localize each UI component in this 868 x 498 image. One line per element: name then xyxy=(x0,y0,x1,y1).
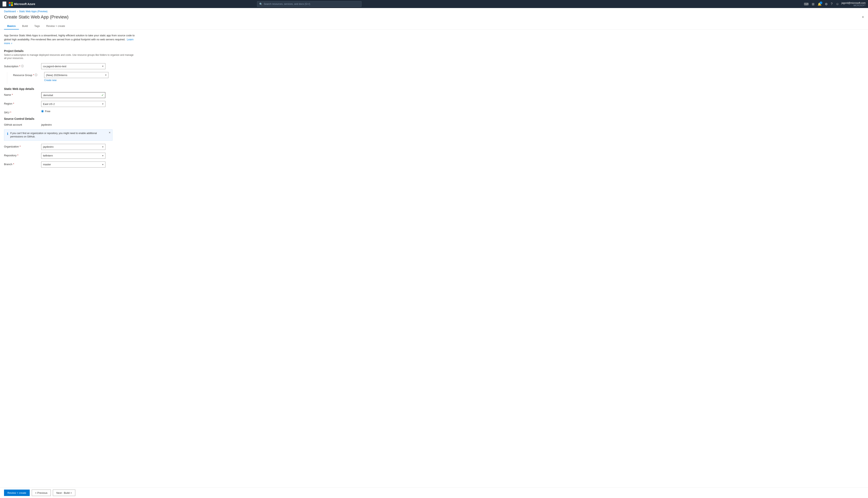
organization-select-wrapper[interactable]: jaydestro xyxy=(41,144,105,150)
feedback-button[interactable]: ☺ xyxy=(835,1,840,6)
repository-select[interactable]: twfintern xyxy=(41,153,105,159)
help-button[interactable]: ? xyxy=(830,1,833,6)
resource-group-control: (New) 2020interns Create new xyxy=(44,72,108,82)
sku-free-radio[interactable] xyxy=(41,110,44,113)
info-banner: ℹ If you can't find an organization or r… xyxy=(4,129,113,141)
github-account-row: GitHub account jaydestro xyxy=(4,122,137,126)
region-select[interactable]: East US 2 xyxy=(41,101,105,107)
global-search-box[interactable]: 🔍 xyxy=(257,1,361,7)
settings-button[interactable]: ⚙ xyxy=(824,1,828,7)
sku-free-label[interactable]: Free xyxy=(41,110,50,113)
project-details-desc: Select a subscription to manage deployed… xyxy=(4,53,137,60)
brand-logo: Microsoft Azure xyxy=(9,2,35,6)
page-container: Dashboard › Static Web Apps (Preview) Cr… xyxy=(0,8,868,498)
resource-group-inner: Resource Group * ⓘ (New) 2020interns Cre… xyxy=(13,72,137,82)
source-control-title: Source Control Details xyxy=(4,117,137,120)
subscription-label: Subscription * ⓘ xyxy=(4,63,41,68)
user-org: MICROSOFT xyxy=(842,4,866,6)
branch-select-wrapper[interactable]: master xyxy=(41,161,105,168)
sku-options: Free xyxy=(41,110,50,113)
tab-bar: Basics Build Tags Review + create xyxy=(0,23,868,29)
branch-label: Branch * xyxy=(4,161,41,166)
repository-row: Repository * twfintern xyxy=(4,153,137,159)
close-button[interactable]: × xyxy=(862,15,864,19)
repository-select-wrapper[interactable]: twfintern xyxy=(41,153,105,159)
name-valid-icon: ✓ xyxy=(101,93,104,97)
sku-row: SKU * Free xyxy=(4,110,137,114)
github-account-label: GitHub account xyxy=(4,122,41,126)
hamburger-menu-button[interactable]: ☰ xyxy=(2,1,7,6)
page-title-bar: Create Static Web App (Preview) × xyxy=(0,13,868,23)
name-input[interactable] xyxy=(41,92,105,98)
info-banner-text: If you can't find an organization or rep… xyxy=(10,132,110,139)
create-new-resource-group-link[interactable]: Create new xyxy=(44,79,108,82)
repository-label: Repository * xyxy=(4,153,41,157)
tab-tags[interactable]: Tags xyxy=(31,23,43,29)
sku-label: SKU * xyxy=(4,110,41,114)
breadcrumb-static-web-apps[interactable]: Static Web Apps (Preview) xyxy=(19,10,48,13)
resource-group-label: Resource Group * ⓘ xyxy=(13,72,44,77)
subscription-select-wrapper[interactable]: ca-jagord-demo-test xyxy=(41,63,105,69)
tab-build[interactable]: Build xyxy=(19,23,31,29)
cloud-shell-button[interactable]: ⌨ xyxy=(803,1,809,7)
branch-select[interactable]: master xyxy=(41,161,105,168)
subscription-select[interactable]: ca-jagord-demo-test xyxy=(41,63,105,69)
next-build-button[interactable]: Next : Build > xyxy=(53,489,75,496)
github-account-value: jaydestro xyxy=(41,122,52,126)
repository-required: * xyxy=(17,154,18,157)
static-webapp-details-title: Static Web App details xyxy=(4,87,137,91)
name-required: * xyxy=(12,93,13,96)
page-title: Create Static Web App (Preview) xyxy=(4,14,68,19)
project-details-title: Project Details xyxy=(4,49,137,53)
region-select-wrapper[interactable]: East US 2 xyxy=(41,101,105,107)
tab-basics[interactable]: Basics xyxy=(4,23,19,29)
svg-rect-0 xyxy=(9,2,11,4)
region-required: * xyxy=(13,102,14,105)
directory-button[interactable]: ⊞ xyxy=(811,1,815,7)
subscription-row: Subscription * ⓘ ca-jagord-demo-test xyxy=(4,63,137,69)
organization-select[interactable]: jaydestro xyxy=(41,144,105,150)
subscription-required: * xyxy=(19,65,20,68)
brand-name: Microsoft Azure xyxy=(14,2,35,5)
svg-rect-1 xyxy=(11,2,13,4)
info-banner-icon: ℹ xyxy=(7,132,8,136)
resource-group-required: * xyxy=(33,74,34,77)
notifications-button[interactable]: 🔔 1 xyxy=(817,1,822,7)
user-profile[interactable]: jagord@microsoft.com MICROSOFT xyxy=(842,2,866,6)
notification-badge: 1 xyxy=(820,1,822,4)
resource-group-select-wrapper[interactable]: (New) 2020interns xyxy=(44,72,108,78)
user-email: jagord@microsoft.com xyxy=(842,2,866,4)
search-input[interactable] xyxy=(264,3,359,5)
previous-button[interactable]: < Previous xyxy=(32,489,51,496)
name-row: Name * ✓ xyxy=(4,92,137,98)
resource-group-select[interactable]: (New) 2020interns xyxy=(44,72,108,78)
intro-description: App Service Static Web Apps is a streaml… xyxy=(4,34,137,45)
sku-required: * xyxy=(10,111,11,114)
form-content: App Service Static Web Apps is a streaml… xyxy=(0,29,141,191)
resource-group-info-icon[interactable]: ⓘ xyxy=(35,73,37,77)
organization-label: Organization * xyxy=(4,144,41,148)
review-create-button[interactable]: Review + create xyxy=(4,489,30,496)
resource-group-row: Resource Group * ⓘ (New) 2020interns Cre… xyxy=(4,72,137,84)
branch-row: Branch * master xyxy=(4,161,137,168)
branch-required: * xyxy=(13,163,14,166)
info-banner-close-button[interactable]: ✕ xyxy=(108,131,111,134)
region-label: Region * xyxy=(4,101,41,105)
search-icon: 🔍 xyxy=(259,3,263,5)
name-label: Name * xyxy=(4,92,41,96)
breadcrumb: Dashboard › Static Web Apps (Preview) xyxy=(0,8,868,13)
subscription-info-icon[interactable]: ⓘ xyxy=(21,64,24,68)
bottom-action-bar: Review + create < Previous Next : Build … xyxy=(0,487,868,498)
tab-review-create[interactable]: Review + create xyxy=(43,23,68,29)
top-navigation: ☰ Microsoft Azure 🔍 ⌨ ⊞ 🔔 1 ⚙ ? ☺ jagord… xyxy=(0,0,868,8)
svg-rect-2 xyxy=(9,4,11,6)
region-row: Region * East US 2 xyxy=(4,101,137,107)
topnav-icon-group: ⌨ ⊞ 🔔 1 ⚙ ? ☺ jagord@microsoft.com MICRO… xyxy=(803,1,866,7)
organization-row: Organization * jaydestro xyxy=(4,144,137,150)
sku-free-text: Free xyxy=(45,110,50,113)
breadcrumb-dashboard[interactable]: Dashboard xyxy=(4,10,16,13)
breadcrumb-sep-1: › xyxy=(17,10,18,13)
external-link-icon: ↗ xyxy=(11,42,12,44)
name-input-wrapper: ✓ xyxy=(41,92,105,98)
svg-rect-3 xyxy=(11,4,13,6)
